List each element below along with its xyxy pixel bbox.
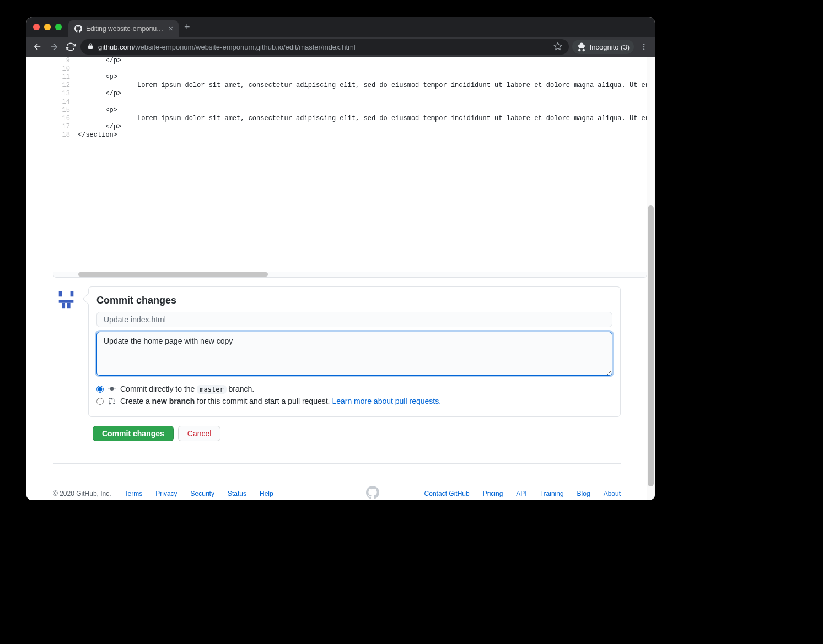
line-number: 17 — [53, 123, 76, 131]
footer-link[interactable]: About — [604, 490, 621, 497]
maximize-window-button[interactable] — [55, 24, 62, 30]
svg-rect-5 — [59, 291, 62, 297]
code-line[interactable]: 12 Lorem ipsum dolor sit amet, consectet… — [53, 82, 647, 90]
github-mark-icon[interactable] — [366, 486, 379, 500]
pull-request-learn-link[interactable]: Learn more about pull requests. — [332, 397, 441, 405]
browser-toolbar: github.com/website-emporium/website-empo… — [26, 37, 655, 57]
line-content: Lorem ipsum dolor sit amet, consectetur … — [76, 82, 647, 90]
svg-marker-0 — [554, 42, 561, 50]
code-line[interactable]: 15 <p> — [53, 106, 647, 115]
footer-link[interactable]: Pricing — [483, 490, 503, 497]
star-icon[interactable] — [553, 42, 562, 52]
line-number: 11 — [53, 73, 76, 82]
svg-point-2 — [643, 46, 645, 48]
incognito-label: Incognito (3) — [590, 43, 630, 51]
footer-link[interactable]: Security — [191, 490, 214, 497]
code-line[interactable]: 14 — [53, 98, 647, 106]
back-button[interactable] — [31, 40, 44, 53]
vertical-scrollbar-thumb[interactable] — [648, 205, 654, 486]
line-content: </p> — [76, 90, 121, 98]
browser-tab[interactable]: Editing website-emporium.gith × — [68, 20, 179, 37]
reload-button[interactable] — [64, 40, 77, 53]
line-number: 16 — [53, 115, 76, 123]
page-footer: © 2020 GitHub, Inc. TermsPrivacySecurity… — [53, 463, 621, 500]
line-number: 14 — [53, 98, 76, 106]
git-pull-request-icon — [108, 397, 116, 405]
code-line[interactable]: 9 </p> — [53, 57, 647, 65]
code-line[interactable]: 10 — [53, 65, 647, 73]
lock-icon — [87, 43, 94, 51]
line-content: </section> — [76, 131, 117, 139]
tab-title: Editing website-emporium.gith — [86, 25, 165, 33]
line-content — [76, 98, 78, 106]
code-line[interactable]: 17 </p> — [53, 123, 647, 131]
commit-summary-input[interactable] — [96, 312, 612, 327]
avatar — [53, 286, 79, 313]
browser-window: Editing website-emporium.gith × + github… — [26, 17, 655, 500]
browser-menu-icon[interactable] — [637, 40, 650, 53]
footer-link[interactable]: Status — [228, 490, 246, 497]
line-number: 18 — [53, 131, 76, 139]
svg-point-1 — [643, 44, 645, 45]
commit-new-branch-radio[interactable] — [96, 398, 104, 405]
commit-form: Commit changes Commit directly to the ma… — [88, 286, 621, 417]
commit-description-input[interactable] — [96, 332, 612, 376]
line-number: 10 — [53, 65, 76, 73]
url-text: github.com/website-emporium/website-empo… — [98, 43, 549, 51]
forward-button[interactable] — [47, 40, 61, 53]
line-content: <p> — [76, 73, 117, 82]
branch-tag: master — [197, 385, 226, 394]
cancel-button[interactable]: Cancel — [178, 426, 221, 441]
git-commit-icon — [108, 385, 116, 393]
footer-link[interactable]: API — [516, 490, 526, 497]
svg-rect-9 — [67, 303, 71, 309]
close-window-button[interactable] — [33, 24, 40, 30]
commit-new-branch-radio-row[interactable]: Create a new branch for this commit and … — [96, 397, 612, 405]
commit-direct-radio-row[interactable]: Commit directly to the master branch. — [96, 385, 612, 393]
line-content — [76, 65, 78, 73]
code-editor[interactable]: 9 </p>1011 <p>12 Lorem ipsum dolor sit a… — [53, 57, 647, 278]
line-number: 15 — [53, 106, 76, 115]
code-line[interactable]: 18</section> — [53, 131, 647, 139]
horizontal-scrollbar[interactable] — [53, 272, 647, 277]
commit-heading: Commit changes — [96, 295, 612, 306]
scrollbar-thumb[interactable] — [78, 272, 268, 277]
footer-link[interactable]: Blog — [577, 490, 590, 497]
footer-link[interactable]: Terms — [125, 490, 143, 497]
line-number: 12 — [53, 82, 76, 90]
line-content: <p> — [76, 106, 117, 115]
code-line[interactable]: 11 <p> — [53, 73, 647, 82]
new-tab-button[interactable]: + — [184, 22, 190, 32]
footer-link[interactable]: Contact GitHub — [424, 490, 470, 497]
line-number: 13 — [53, 90, 76, 98]
minimize-window-button[interactable] — [44, 24, 51, 30]
line-content: </p> — [76, 57, 121, 65]
footer-link[interactable]: Training — [540, 490, 564, 497]
svg-rect-7 — [59, 300, 74, 303]
line-number: 9 — [53, 57, 76, 65]
footer-link[interactable]: Privacy — [155, 490, 177, 497]
vertical-scrollbar[interactable] — [647, 57, 655, 500]
window-controls — [33, 24, 62, 30]
code-line[interactable]: 16 Lorem ipsum dolor sit amet, consectet… — [53, 115, 647, 123]
svg-rect-6 — [71, 291, 74, 297]
commit-changes-button[interactable]: Commit changes — [93, 426, 174, 441]
copyright: © 2020 GitHub, Inc. — [53, 490, 111, 497]
code-line[interactable]: 13 </p> — [53, 90, 647, 98]
svg-rect-8 — [62, 303, 65, 309]
line-content: </p> — [76, 123, 121, 131]
page-content: 9 </p>1011 <p>12 Lorem ipsum dolor sit a… — [26, 57, 655, 500]
tab-bar: Editing website-emporium.gith × + — [26, 17, 655, 37]
line-content: Lorem ipsum dolor sit amet, consectetur … — [76, 115, 647, 123]
svg-point-3 — [643, 48, 645, 50]
address-bar[interactable]: github.com/website-emporium/website-empo… — [80, 39, 569, 55]
commit-direct-radio[interactable] — [96, 386, 104, 393]
footer-link[interactable]: Help — [260, 490, 273, 497]
close-tab-icon[interactable]: × — [169, 25, 173, 33]
github-favicon-icon — [74, 24, 83, 33]
incognito-badge[interactable]: Incognito (3) — [572, 40, 634, 54]
